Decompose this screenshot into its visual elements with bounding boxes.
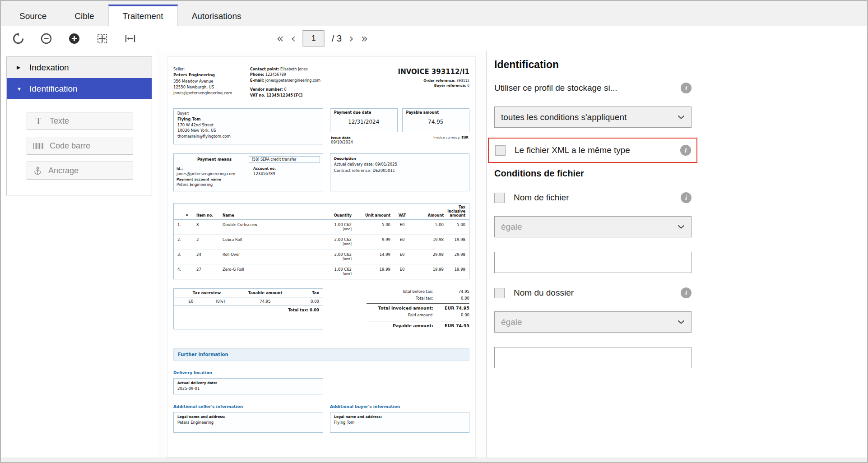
next-page-button[interactable]: › <box>349 32 353 44</box>
code-barre-tool-button[interactable]: Code barre <box>27 137 133 155</box>
tab-cible[interactable]: Cible <box>60 5 108 26</box>
tab-traitement[interactable]: Traitement <box>108 5 178 26</box>
payment-boxes: Payment due date 12/31/2024 Payable amou… <box>330 108 469 144</box>
buyer-ref-label: Buyer reference: <box>434 83 466 88</box>
account-no-value: 123456789 <box>253 171 320 177</box>
buyer-box: Buyer: Flying Tom 170 W 42nd Street 1003… <box>173 108 323 144</box>
currency-value: EUR <box>461 136 469 139</box>
filename-checkbox[interactable] <box>494 193 505 203</box>
xml-type-highlight-box: Le fichier XML a le même type i <box>488 138 697 163</box>
item-cell: 29.98 <box>444 252 465 257</box>
sidebar-item-indexation[interactable]: ▶ Indexation <box>7 57 152 78</box>
legal-label: Legal name and address: <box>334 414 465 420</box>
payment-due-box: Payment due date 12/31/2024 <box>330 108 398 132</box>
tab-source[interactable]: Source <box>5 5 60 26</box>
item-cell: Roll Over <box>223 252 316 257</box>
foldername-checkbox[interactable] <box>494 288 505 298</box>
window-bottom-edge <box>1 458 867 462</box>
item-cell: [one] <box>316 242 352 246</box>
delivery-location-box: Actual delivery date: 2025-09-01 <box>173 378 323 394</box>
xml-type-label: Le fichier XML a le même type <box>515 145 630 155</box>
barcode-icon <box>33 142 44 150</box>
currency-block: Invoice currency: EUR <box>433 136 469 144</box>
additional-buyer-label: Additional buyer's information <box>330 404 469 409</box>
fit-page-button[interactable] <box>95 31 109 46</box>
xml-type-checkbox[interactable] <box>495 145 506 156</box>
account-name-label: Payment account name <box>176 177 253 182</box>
file-conditions-title: Conditions de fichier <box>494 168 867 179</box>
item-cell: 19.99 <box>444 267 465 272</box>
info-icon[interactable]: i <box>680 145 691 156</box>
additional-seller-box: Legal name and address: Peters Engineeri… <box>173 412 323 433</box>
info-icon[interactable]: i <box>681 287 692 298</box>
pager: « ‹ / 3 › » <box>277 26 368 51</box>
page-number-input[interactable] <box>303 30 325 46</box>
phone-label: Phone: <box>250 73 264 77</box>
total-value: EUR 74.95 <box>440 323 469 328</box>
item-cell: E0 <box>390 267 414 272</box>
seller-address: 12550 Newburgh, US <box>173 84 250 90</box>
filename-operator-value: égale <box>501 222 522 232</box>
zoom-out-icon <box>40 32 52 45</box>
tax-cell: [0%] <box>204 299 236 304</box>
texte-tool-button[interactable]: T Texte <box>27 112 133 130</box>
info-icon[interactable]: i <box>681 83 692 93</box>
payable-amount-value: 74.95 <box>406 119 466 125</box>
total-value: 0.00 <box>440 296 469 301</box>
buyer-payment-row: Buyer: Flying Tom 170 W 42nd Street 1003… <box>173 108 469 144</box>
conditions-select[interactable]: toutes les conditions s'appliquent <box>494 106 692 128</box>
item-cell: 2. <box>177 237 196 242</box>
item-cell: [one] <box>316 257 352 261</box>
foldername-value-input[interactable] <box>494 347 692 368</box>
payment-id-label: Id.: <box>176 166 253 171</box>
chevron-down-icon: ▼ <box>17 86 23 92</box>
sidebar-item-label: Identification <box>29 84 78 94</box>
filename-value-input[interactable] <box>494 252 692 273</box>
first-page-button[interactable]: « <box>277 32 284 44</box>
tax-total-label: Total tax: <box>288 308 308 312</box>
document-viewer[interactable]: Seller: Peters Engineering 356 Meadow Av… <box>157 51 486 458</box>
sidebar-item-identification[interactable]: ▼ Identification <box>7 78 152 99</box>
vendor-value: 0 <box>284 88 286 92</box>
seller-name: Peters Engineering <box>173 72 250 78</box>
collapse-all-icon: » <box>185 213 190 216</box>
filename-label: Nom de fichier <box>514 193 569 203</box>
fit-width-button[interactable] <box>123 31 137 46</box>
zoom-in-button[interactable] <box>67 31 81 46</box>
tab-label: Autorisations <box>192 11 241 21</box>
payment-due-label: Payment due date <box>334 111 394 115</box>
payment-means-box: Payment means [58] SEPA credit transfer … <box>173 153 323 191</box>
contact-label: Contact point: <box>250 67 279 71</box>
items-header-row: » Item no. Name Quantity Unit amount VAT… <box>174 204 469 220</box>
buyer-address: 10036 New York, US <box>177 128 319 134</box>
contact-value: Elisabeth Jones <box>280 67 308 71</box>
sidebar-item-label: Indexation <box>29 63 69 73</box>
chevron-down-icon <box>678 320 685 324</box>
rotate-left-button[interactable] <box>11 31 25 46</box>
item-cell: [one] <box>316 272 352 276</box>
contact-block: Contact point: Elisabeth Jones Phone: 12… <box>250 67 363 98</box>
item-cell: 8 <box>196 222 223 227</box>
prev-page-button[interactable]: ‹ <box>291 32 295 44</box>
anchor-icon <box>33 166 42 176</box>
chevron-right-icon: ▶ <box>17 65 23 70</box>
tool-label: Code barre <box>50 141 90 151</box>
zoom-out-button[interactable] <box>39 31 53 46</box>
seller-address: 356 Meadow Avenue <box>173 79 250 84</box>
item-row: 3. 24 Roll Over 2.00 C62[one] 14.99 E0 2… <box>174 250 469 264</box>
foldername-operator-select[interactable]: égale <box>494 311 692 333</box>
invoice-title: INVOICE 393112/I1 <box>363 67 469 77</box>
description-box: Description Actual delivery date: 09/01/… <box>330 153 469 191</box>
payment-id-value: jones@petersengineering.com <box>176 171 253 177</box>
info-icon[interactable]: i <box>681 192 692 203</box>
col-header: Name <box>223 213 316 218</box>
total-value: EUR 74.95 <box>440 306 469 310</box>
item-cell: 19.98 <box>414 237 444 242</box>
last-page-button[interactable]: » <box>361 32 368 44</box>
item-cell: E0 <box>390 222 414 227</box>
tool-label: Ancrage <box>48 166 79 176</box>
identification-panel: Identification Utiliser ce profil de sto… <box>486 51 867 458</box>
tab-autorisations[interactable]: Autorisations <box>178 5 255 26</box>
ancrage-tool-button[interactable]: Ancrage <box>27 162 133 180</box>
filename-operator-select[interactable]: égale <box>494 216 692 237</box>
